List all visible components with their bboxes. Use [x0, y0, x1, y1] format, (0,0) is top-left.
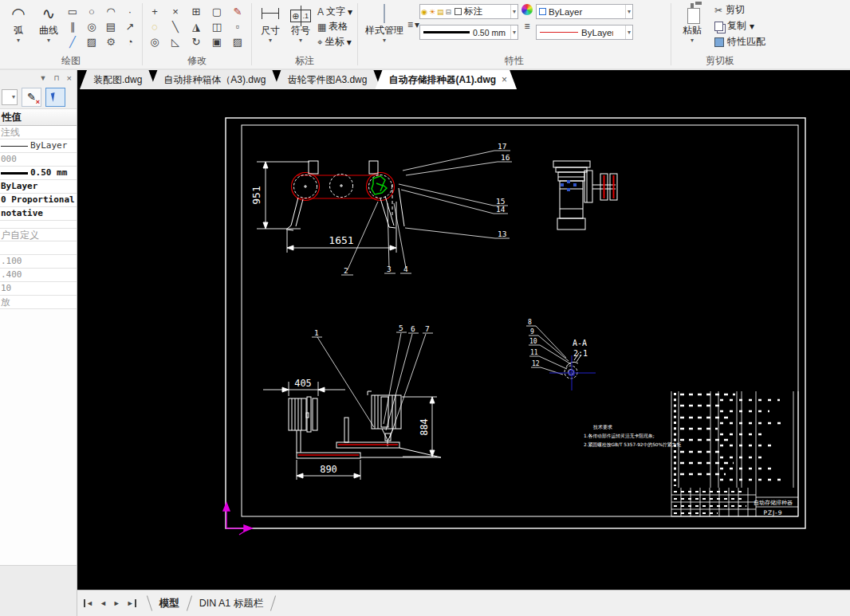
paste-clipboard-icon	[691, 3, 694, 24]
pencil-icon: ✎	[234, 6, 242, 18]
trim-tool-button[interactable]: ×	[168, 5, 183, 19]
color-dropdown[interactable]: ByLayer ▾	[536, 4, 633, 19]
lineweight-dropdown[interactable]: 0.50 mm ▾	[419, 25, 518, 40]
chevron-down-icon: ▾	[348, 6, 352, 18]
first-layout-button[interactable]: ◄	[84, 599, 93, 607]
property-row[interactable]: 户自定义	[0, 228, 77, 241]
polyline-arc-tool-button[interactable]: ◠	[104, 5, 118, 19]
property-row[interactable]: 10	[0, 282, 77, 296]
doc-tab-seedbox[interactable]: 自动排种箱体（A3).dwg	[150, 70, 279, 89]
match-properties-button[interactable]: 特性匹配	[714, 35, 765, 49]
selection-grips	[561, 180, 577, 191]
text-icon: A	[317, 6, 324, 18]
arc-tool-button[interactable]: ◠ 弧 ▾	[3, 2, 33, 44]
hatch-tool-button[interactable]: ▨	[85, 35, 99, 49]
point-tool-button[interactable]: ·	[123, 5, 137, 19]
list-options-button[interactable]: ≡ ▾	[407, 19, 419, 30]
selected-entity[interactable]	[372, 176, 387, 194]
bom-text-marks	[680, 394, 735, 474]
layer-dropdown[interactable]: ◉ ☀ ▤ ⊟ 标注 ▾	[419, 4, 518, 19]
block-tool-button[interactable]: ▤	[104, 20, 118, 34]
edit-hatch-tool-button[interactable]: ▨	[230, 35, 245, 49]
drawing-canvas[interactable]: 951 1651	[77, 89, 850, 590]
doc-tab-seed-meter-active[interactable]: 自动存储排种器(A1).dwg ×	[375, 70, 517, 89]
property-row[interactable]: ByLayer	[0, 180, 77, 194]
symbol-tool-button[interactable]: ⊕.1 符号 ▾	[285, 2, 316, 44]
palette-chevron-icon[interactable]: ▼	[40, 74, 47, 82]
revolve-tool-button[interactable]: ↻	[189, 35, 203, 49]
property-row[interactable]: 000	[0, 153, 77, 167]
doc-tab-gear[interactable]: 齿轮零件图A3.dwg	[273, 70, 380, 89]
last-layout-button[interactable]: ►	[127, 599, 136, 607]
linetype-dropdown[interactable]: ByLayer ▾	[536, 25, 633, 40]
coordinate-tool-button[interactable]: ⌖ 坐标 ▾	[317, 35, 352, 49]
wipeout-tool-button[interactable]: ◔	[123, 35, 137, 49]
block-icon: ▤	[106, 21, 116, 33]
modify-tool-grid: + × ⊞ ▢ ✎ ◌ ╲ ◮ ◫ ▫ ◎ ◺ ↻ ▣ ▨	[146, 2, 248, 53]
chevron-down-icon: ▾	[299, 37, 302, 44]
properties-group-label: 特性	[361, 54, 667, 69]
stretch-tool-button[interactable]: ▫	[230, 20, 245, 34]
layout-tab-din-a1[interactable]: DIN A1 标题栏	[191, 596, 272, 611]
property-row[interactable]	[0, 241, 77, 255]
previous-layout-button[interactable]: ◄	[100, 599, 107, 607]
copy-object-tool-button[interactable]: ▢	[210, 5, 224, 19]
crosshair-cursor	[549, 355, 596, 390]
mirror-tool-button[interactable]: ◮	[189, 20, 203, 34]
curve-tool-button[interactable]: ∿ 曲线 ▾	[33, 2, 64, 44]
leader-lines-right	[399, 151, 512, 238]
property-row[interactable]: notative	[0, 207, 77, 221]
chamfer-tool-button[interactable]: ◺	[168, 35, 183, 49]
palette-empty-area	[0, 309, 77, 565]
palette-close-icon[interactable]: ×	[67, 73, 72, 83]
property-row[interactable]: .100	[0, 255, 77, 269]
quick-select-button[interactable]: ✎ ×	[22, 88, 41, 107]
select-objects-button[interactable]	[45, 88, 65, 107]
part-label: 5	[399, 324, 403, 332]
model-tab[interactable]: 模型	[152, 596, 187, 611]
dimension-tool-button[interactable]: 尺寸 ▾	[255, 2, 285, 44]
ribbon-group-clipboard: 粘贴 ▾ ✂ 剪切 复制 ▾ 特性匹配	[671, 0, 769, 69]
extend-tool-button[interactable]: ╲	[168, 20, 183, 34]
cursor-arrow-icon	[51, 92, 61, 102]
move-tool-button[interactable]: +	[148, 5, 162, 19]
property-row-linetype[interactable]: ByLayer	[0, 139, 77, 153]
property-row[interactable]: 注线	[0, 126, 77, 139]
property-row[interactable]: 放	[0, 296, 77, 309]
ellipse-tool-button[interactable]: ○	[85, 5, 99, 19]
explode-tool-button[interactable]: ▣	[210, 35, 224, 49]
ray-tool-button[interactable]: ↗	[123, 20, 137, 34]
close-tab-icon[interactable]: ×	[502, 70, 507, 89]
line-tool-button[interactable]: ╱	[65, 35, 80, 49]
paste-button[interactable]: 粘贴 ▾	[675, 2, 710, 44]
color-wheel-icon[interactable]	[521, 4, 533, 15]
next-layout-button[interactable]: ►	[113, 599, 120, 607]
ribbon-group-properties: 样式管理 ▾ ≡ ▾ ◉ ☀ ▤ ⊟ 标注	[358, 0, 671, 69]
circle-tool-button[interactable]: ◎	[85, 20, 99, 34]
text-tool-button[interactable]: A 文字 ▾	[317, 5, 352, 18]
scale-tool-button[interactable]: ◎	[148, 35, 162, 49]
erase-tool-button[interactable]: ✎	[230, 5, 245, 19]
style-manager-button[interactable]: 样式管理 ▾	[361, 2, 407, 44]
table-tool-button[interactable]: ▦ 表格	[317, 20, 352, 33]
gear-tool-button[interactable]: ⚙	[104, 35, 118, 49]
property-row[interactable]: 0 Proportional	[0, 194, 77, 207]
array-tool-button[interactable]: ⊞	[189, 5, 203, 19]
cut-button[interactable]: ✂ 剪切	[714, 3, 765, 17]
rotate-point-icon: ◌	[152, 21, 158, 33]
doc-tab-assembly[interactable]: 装配图.dwg	[80, 70, 155, 89]
property-row-lineweight[interactable]: 0.50 mm	[0, 167, 77, 180]
draw-group-label: 绘图	[3, 54, 139, 69]
copy-button[interactable]: 复制 ▾	[714, 19, 765, 33]
view-planter: 405 890	[263, 324, 441, 480]
parallel-line-tool-button[interactable]: ∥	[65, 20, 80, 34]
notes-title: 技术要求	[592, 424, 612, 430]
linetype-sample	[1, 146, 28, 147]
overlap-tool-button[interactable]: ◫	[210, 20, 224, 34]
rectangle-tool-button[interactable]: ▭	[65, 5, 80, 19]
palette-pin-icon[interactable]: ⊓	[54, 74, 60, 82]
property-row[interactable]: .400	[0, 269, 77, 282]
linetype-manager-icon[interactable]: ≡	[525, 21, 530, 32]
rotate-tool-button[interactable]: ◌	[148, 20, 162, 34]
selection-filter-dropdown[interactable]: ▾	[2, 89, 18, 105]
